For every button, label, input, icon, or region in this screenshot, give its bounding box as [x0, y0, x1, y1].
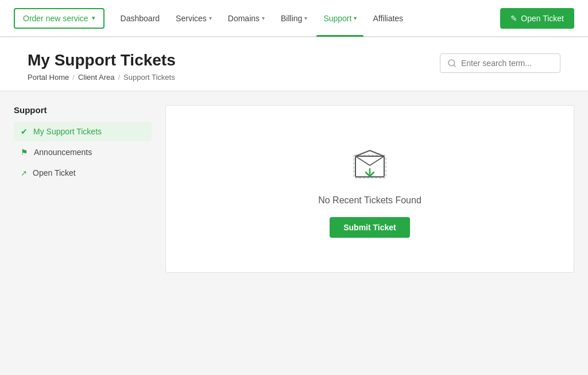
sidebar-title: Support — [14, 105, 152, 115]
sidebar-label-announcements: Announcements — [34, 148, 92, 157]
breadcrumb-sep-2: / — [118, 73, 120, 82]
open-ticket-label: Open Ticket — [521, 14, 564, 23]
submit-ticket-button[interactable]: Submit Ticket — [330, 217, 410, 238]
search-input[interactable] — [461, 59, 553, 68]
sidebar-label-open-ticket: Open Ticket — [33, 168, 76, 177]
nav-item-support[interactable]: Support ▾ — [316, 0, 363, 37]
main-content: Support ✔ My Support Tickets ⚑ Announcem… — [0, 91, 588, 287]
empty-state-illustration — [347, 140, 393, 186]
nav-links: Dashboard Services ▾ Domains ▾ Billing ▾… — [114, 0, 496, 37]
pencil-icon: ✎ — [510, 14, 517, 23]
nav-label-dashboard: Dashboard — [121, 0, 160, 37]
navbar: Order new service ▾ Dashboard Services ▾… — [0, 0, 588, 37]
nav-label-domains: Domains — [228, 0, 260, 37]
order-new-service-label: Order new service — [23, 14, 88, 23]
search-icon — [447, 59, 457, 68]
page-header-left: My Support Tickets Portal Home / Client … — [28, 51, 176, 82]
flag-icon: ⚑ — [21, 148, 28, 157]
nav-item-affiliates[interactable]: Affiliates — [366, 0, 410, 37]
nav-label-services: Services — [176, 0, 207, 37]
sidebar-item-my-support-tickets[interactable]: ✔ My Support Tickets — [14, 122, 152, 141]
order-new-service-button[interactable]: Order new service ▾ — [14, 8, 105, 29]
sidebar: Support ✔ My Support Tickets ⚑ Announcem… — [14, 105, 152, 184]
svg-line-1 — [454, 65, 455, 67]
sidebar-item-open-ticket[interactable]: ↗ Open Ticket — [14, 163, 152, 183]
breadcrumb-sep-1: / — [72, 73, 75, 82]
nav-item-dashboard[interactable]: Dashboard — [114, 0, 167, 37]
page-title: My Support Tickets — [28, 51, 176, 69]
order-chevron-icon: ▾ — [92, 14, 95, 22]
open-ticket-button[interactable]: ✎ Open Ticket — [500, 8, 574, 29]
breadcrumb: Portal Home / Client Area / Support Tick… — [28, 73, 176, 82]
services-chevron-icon: ▾ — [209, 0, 212, 37]
nav-item-billing[interactable]: Billing ▾ — [274, 0, 314, 37]
nav-label-billing: Billing — [281, 0, 302, 37]
billing-chevron-icon: ▾ — [304, 0, 307, 37]
checkmark-icon: ✔ — [21, 127, 28, 136]
sidebar-label-my-support-tickets: My Support Tickets — [33, 127, 102, 136]
support-chevron-icon: ▾ — [354, 0, 357, 37]
nav-item-services[interactable]: Services ▾ — [169, 0, 219, 37]
domains-chevron-icon: ▾ — [262, 0, 265, 37]
breadcrumb-client-area[interactable]: Client Area — [78, 73, 115, 82]
nav-label-support: Support — [323, 0, 351, 37]
empty-state-text: No Recent Tickets Found — [318, 195, 421, 206]
breadcrumb-support-tickets: Support Tickets — [123, 73, 175, 82]
nav-item-domains[interactable]: Domains ▾ — [221, 0, 272, 37]
sidebar-item-announcements[interactable]: ⚑ Announcements — [14, 142, 152, 162]
content-panel: No Recent Tickets Found Submit Ticket — [165, 105, 574, 273]
nav-label-affiliates: Affiliates — [373, 0, 403, 37]
search-box — [440, 53, 560, 73]
breadcrumb-portal-home[interactable]: Portal Home — [28, 73, 69, 82]
external-link-icon: ↗ — [21, 169, 27, 177]
